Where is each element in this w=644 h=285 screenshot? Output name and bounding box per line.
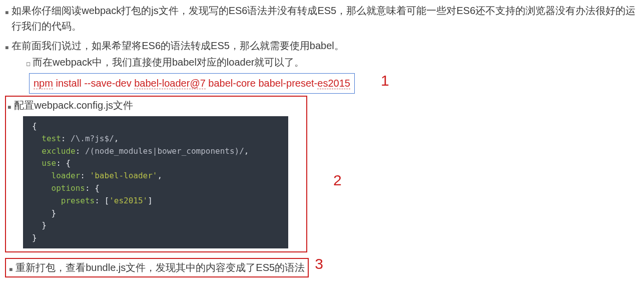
bullet-item-1: ■ 如果你仔细阅读webpack打包的js文件，发现写的ES6语法并没有转成ES… (5, 3, 639, 34)
bullet-item-2: ■ 在前面我们说过，如果希望将ES6的语法转成ES5，那么就需要使用babel。 (5, 38, 639, 54)
config-row: ■ 配置webpack.config.js文件 { test: /\.m?js$… (5, 94, 639, 252)
repack-section-box: ■ 重新打包，查看bundle.js文件，发现其中的内容变成了ES5的语法 (5, 258, 309, 277)
repack-row: ■ 重新打包，查看bundle.js文件，发现其中的内容变成了ES5的语法 3 (5, 252, 639, 278)
cmd-part-2: install --save-dev (53, 78, 134, 89)
bullet-item-2-sub: ◻ 而在webpack中，我们直接使用babel对应的loader就可以了。 (26, 55, 639, 70)
cmd-part-es2015: es2015 (317, 78, 350, 89)
annotation-number-1: 1 (381, 69, 389, 93)
bullet-item-3: ■ 配置webpack.config.js文件 (8, 98, 306, 113)
cmd-part-npm: npm (34, 78, 53, 89)
annotation-number-3: 3 (315, 252, 323, 276)
code-block: { test: /\.m?js$/, exclude: /(node_modul… (23, 116, 288, 248)
bullet-item-4: ■ 重新打包，查看bundle.js文件，发现其中的内容变成了ES5的语法 (9, 260, 305, 275)
bullet-2-text: 在前面我们说过，如果希望将ES6的语法转成ES5，那么就需要使用babel。 (12, 38, 344, 54)
square-bullet-icon: ■ (5, 43, 9, 53)
bullet-4-text: 重新打包，查看bundle.js文件，发现其中的内容变成了ES5的语法 (16, 260, 305, 275)
cmd-part-loader: babel-loader@7 (134, 78, 206, 89)
annotation-number-2: 2 (333, 169, 342, 192)
hollow-square-bullet-icon: ◻ (26, 60, 31, 68)
install-command-box: npm install --save-dev babel-loader@7 ba… (29, 73, 355, 94)
bullet-3-text: 配置webpack.config.js文件 (14, 98, 133, 113)
square-bullet-icon: ■ (8, 103, 11, 112)
square-bullet-icon: ■ (5, 8, 9, 18)
config-section-box: ■ 配置webpack.config.js文件 { test: /\.m?js$… (5, 96, 307, 252)
install-row: npm install --save-dev babel-loader@7 ba… (5, 70, 639, 94)
cmd-part-4: babel-core babel-preset- (206, 78, 317, 89)
bullet-1-text: 如果你仔细阅读webpack打包的js文件，发现写的ES6语法并没有转成ES5，… (12, 3, 639, 34)
square-bullet-icon: ■ (9, 265, 13, 274)
bullet-2-sub-text: 而在webpack中，我们直接使用babel对应的loader就可以了。 (33, 55, 304, 70)
